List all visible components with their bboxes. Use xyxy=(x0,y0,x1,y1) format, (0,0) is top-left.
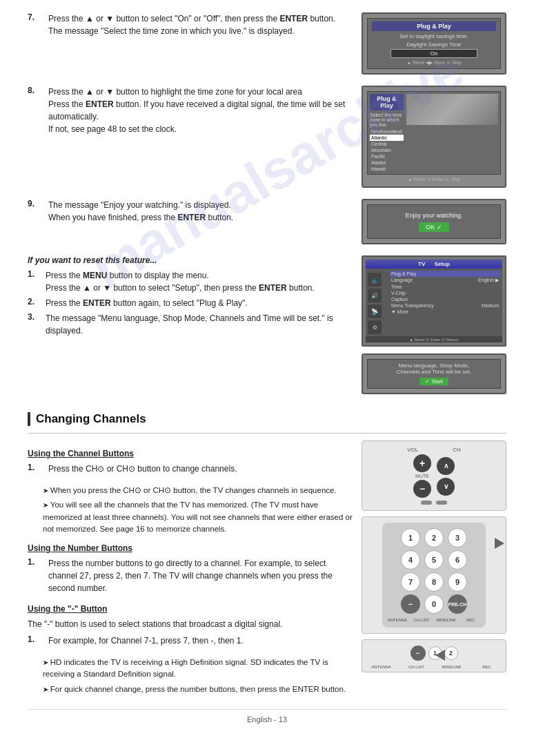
reset-icon-2: 🔊 xyxy=(368,289,382,302)
reset-step-3-text: The message "Menu language, Shop Mode, C… xyxy=(46,312,350,337)
num-4-btn[interactable]: 4 xyxy=(401,550,420,570)
num-3-btn[interactable]: 3 xyxy=(448,528,467,547)
number-step-1: 1. Press the number buttons to go direct… xyxy=(28,557,355,594)
num-2-btn[interactable]: 2 xyxy=(424,528,444,547)
step-8-screen-sub: Select the time zone in which you live. xyxy=(370,113,404,127)
num-1-btn[interactable]: 1 xyxy=(401,528,420,547)
channel-step-1: 1. Press the CH⊙ or CH⊙ button to change… xyxy=(28,463,355,475)
remote-bottom-image: − 1 2 ANTENNA CH.LIST WISELINK REC xyxy=(362,639,506,672)
reset-screen1-tv-label: TV xyxy=(418,261,425,267)
reset-step-2-text: Press the ENTER button again, to select … xyxy=(46,297,350,309)
small-wiselink-label: WISELINK xyxy=(435,665,468,669)
step-8-map xyxy=(406,94,498,125)
reset-screen1-setup-label: Setup xyxy=(435,261,450,267)
step-9-ok-btn: OK ✓ xyxy=(419,222,449,232)
channel-note-2: You will see all the channels that the T… xyxy=(43,499,355,535)
reset-final-msg2: Channels and Time will be set. xyxy=(397,369,472,375)
page-footer-text: English - 13 xyxy=(247,715,287,724)
reset-icon-4: ⚙ xyxy=(368,320,382,334)
reset-step-2: 2. Press the ENTER button again, to sele… xyxy=(28,297,350,309)
step-9-screen: Enjoy your watching. OK ✓ xyxy=(362,199,506,244)
step-7-screen-title: Plug & Play xyxy=(372,21,496,31)
changing-channels-header: Changing Channels xyxy=(28,412,506,426)
step-8-block: 8. Press the ▲ or ▼ button to highlight … xyxy=(28,86,506,192)
numpad-bottom-labels: ANTENNA CH.LIST WISELINK REC xyxy=(386,618,482,622)
remote-detail-1 xyxy=(421,501,432,505)
reset-step-3-num: 3. xyxy=(28,312,40,322)
step-9-num: 9. xyxy=(28,199,40,209)
num-prech-btn[interactable]: PRE-CH xyxy=(448,594,467,614)
ch-label: CH xyxy=(453,447,461,453)
step-8-screen: Plug & Play Select the time zone in whic… xyxy=(362,86,506,188)
small-remote-labels: ANTENNA CH.LIST WISELINK REC xyxy=(365,665,503,669)
reset-final-screen: Menu language, Shop Mode, Channels and T… xyxy=(362,353,506,394)
dash-note-1: HD indicates the TV is receiving a High … xyxy=(43,657,355,681)
step-8-footer: ▲ Move ⊙ Enter ⊙ Skip xyxy=(367,177,501,182)
small-chlist-label: CH.LIST xyxy=(400,665,433,669)
step-7-screen-footer: ▲ Move ◀▶ Save ⊙ Skip xyxy=(372,60,496,66)
mute-label: MUTE xyxy=(415,474,429,478)
dash-button-title: Using the "-" Button xyxy=(28,604,355,614)
page-footer: English - 13 xyxy=(28,709,506,729)
step-8-text: Press the ▲ or ▼ button to highlight the… xyxy=(48,86,350,135)
vol-up-btn[interactable]: + xyxy=(413,454,431,472)
vol-down-btn[interactable]: − xyxy=(413,480,431,498)
step-8-screen-title: Plug & Play xyxy=(370,94,404,110)
num-dash-btn[interactable]: − xyxy=(401,594,420,614)
reset-final-msg1: Menu language, Shop Mode, xyxy=(399,362,470,369)
channel-buttons-title: Using the Channel Buttons xyxy=(28,449,355,458)
num-5-btn[interactable]: 5 xyxy=(424,550,444,570)
wiselink-label: WISELINK xyxy=(435,618,457,622)
dash-step-1: 1. For example, for Channel 7-1, press 7… xyxy=(28,634,355,647)
reset-final-btn: ✓ Start xyxy=(419,378,448,385)
reset-step-2-num: 2. xyxy=(28,297,40,307)
num-6-btn[interactable]: 6 xyxy=(448,550,467,570)
reset-step-1: 1. Press the MENU button to display the … xyxy=(28,269,350,294)
step-7-text: Press the ▲ or ▼ button to select "On" o… xyxy=(48,12,350,37)
small-btn-2[interactable]: 2 xyxy=(444,646,458,660)
dash-button-intro: The "-" button is used to select station… xyxy=(28,618,355,630)
number-step-1-text: Press the number buttons to go directly … xyxy=(48,557,355,594)
step-9-text: The message "Enjoy your watching." is di… xyxy=(48,199,350,224)
reset-block: If you want to reset this feature... 1. … xyxy=(28,255,506,398)
step-7-block: 7. Press the ▲ or ▼ button to select "On… xyxy=(28,12,506,79)
small-antenna-label: ANTENNA xyxy=(365,665,397,669)
chlist-label: CH.LIST xyxy=(411,618,433,622)
remote-numpad-image: 1 2 3 4 5 6 7 8 9 − xyxy=(362,516,506,634)
ch-up-btn[interactable]: ∧ xyxy=(437,457,455,475)
remote-vol-ch-image: VOL CH + MUTE − ∧ ∨ xyxy=(362,440,506,511)
dash-note-2: For quick channel change, press the numb… xyxy=(43,684,355,695)
section-divider xyxy=(28,433,506,434)
reset-icon-3: 📡 xyxy=(368,304,382,318)
step-9-block: 9. The message "Enjoy your watching." is… xyxy=(28,199,506,249)
number-step-1-num: 1. xyxy=(28,557,40,567)
channel-note-1: When you press the CH⊙ or CH⊙ button, th… xyxy=(43,485,355,496)
reset-step-1-num: 1. xyxy=(28,269,40,279)
reset-title: If you want to reset this feature... xyxy=(28,255,350,265)
step-7-screen: Plug & Play Set to daylight savings time… xyxy=(362,12,506,75)
step-7-screen-label: Daylight Savings Time xyxy=(372,41,496,48)
reset-screen1-labels: TV Setup xyxy=(366,260,502,269)
num-9-btn[interactable]: 9 xyxy=(448,572,467,592)
vol-label: VOL xyxy=(407,447,418,453)
channel-step-1-num: 1. xyxy=(28,463,40,472)
reset-menu-screen: TV Setup 📺 🔊 📡 ⚙ xyxy=(362,255,506,347)
num-8-btn[interactable]: 8 xyxy=(424,572,444,592)
numpad-remote: 1 2 3 4 5 6 7 8 9 − xyxy=(382,523,486,628)
channel-buttons-section: Using the Channel Buttons 1. Press the C… xyxy=(28,440,506,695)
ch-down-btn[interactable]: ∨ xyxy=(437,478,455,496)
remote-detail-2 xyxy=(436,501,447,505)
dash-step-1-num: 1. xyxy=(28,634,40,644)
number-buttons-title: Using the Number Buttons xyxy=(28,543,355,553)
num-0-btn[interactable]: 0 xyxy=(424,594,444,614)
reset-icon-1: 📺 xyxy=(368,273,382,287)
dash-step-1-text: For example, for Channel 7-1, press 7, t… xyxy=(48,634,355,647)
step-7-num: 7. xyxy=(28,12,40,22)
changing-channels-title: Changing Channels xyxy=(36,412,506,426)
reset-step-1-text: Press the MENU button to display the men… xyxy=(46,269,350,294)
step-8-num: 8. xyxy=(28,86,40,95)
antenna-label: ANTENNA xyxy=(386,618,408,622)
small-dash-btn[interactable]: − xyxy=(411,646,426,661)
rec-label: REC xyxy=(460,618,482,622)
num-7-btn[interactable]: 7 xyxy=(401,572,420,592)
